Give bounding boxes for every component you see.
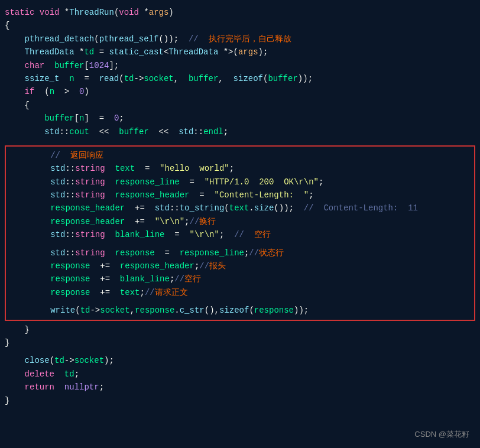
type: ThreadData	[25, 46, 74, 59]
var: td	[84, 46, 94, 59]
keyword: void	[119, 6, 139, 19]
param: args	[149, 6, 169, 19]
keyword: void	[40, 6, 60, 19]
code-line: response += response_header;//报头	[6, 259, 474, 272]
code-line: ThreadData *td = static_cast<ThreadData …	[0, 46, 480, 59]
code-line: {	[0, 99, 480, 112]
function-call: pthread_self	[99, 33, 159, 46]
code-line: response += blank_line;//空行	[6, 272, 474, 285]
code-line: {	[0, 19, 480, 32]
code-line: return nullptr;	[0, 381, 480, 394]
code-line: pthread_detach(pthread_self()); // 执行完毕后…	[0, 33, 480, 46]
code-line: ssize_t n = read(td->socket, buffer, siz…	[0, 72, 480, 85]
code-line: // 返回响应	[6, 149, 474, 162]
blank-line	[6, 242, 474, 246]
code-line: std::string response = response_line;//状…	[6, 246, 474, 259]
code-line: std::cout << buffer << std::endl;	[0, 125, 480, 138]
function-name: ThreadRun	[69, 6, 114, 19]
code-line: close(td->socket);	[0, 354, 480, 367]
code-line: std::string response_header = "Content-L…	[6, 189, 474, 202]
blank-line	[0, 138, 480, 143]
keyword: static	[5, 6, 34, 19]
code-line: std::string text = "hello world";	[6, 162, 474, 175]
code-line: if (n > 0)	[0, 85, 480, 98]
code-line: }	[0, 323, 480, 336]
code-container: static void *ThreadRun(void *args) { pth…	[0, 0, 480, 448]
code-line: write(td->socket,response.c_str(),sizeof…	[6, 304, 474, 317]
code-line: static void *ThreadRun(void *args)	[0, 6, 480, 19]
watermark: CSDN @菜花籽	[414, 428, 469, 441]
code-line: }	[0, 336, 480, 349]
code-line: response += text;//请求正文	[6, 286, 474, 299]
code-line: char buffer[1024];	[0, 59, 480, 72]
code-line: buffer[n] = 0;	[0, 112, 480, 125]
blank-line	[0, 349, 480, 354]
blank-line	[6, 299, 474, 304]
code-line: response_header += "\r\n";//换行	[6, 215, 474, 228]
function-call: pthread_detach	[25, 33, 95, 46]
code-line: std::string response_line = "HTTP/1.0 20…	[6, 176, 474, 189]
code-line: std::string blank_line = "\r\n"; // 空行	[6, 228, 474, 241]
code-line: delete td;	[0, 368, 480, 381]
response-header-block: // 返回响应 std::string text = "hello world"…	[5, 145, 475, 321]
function-call: static_cast	[109, 46, 163, 59]
code-line: response_header += std::to_string(text.s…	[6, 202, 474, 215]
code-line: }	[0, 394, 480, 407]
